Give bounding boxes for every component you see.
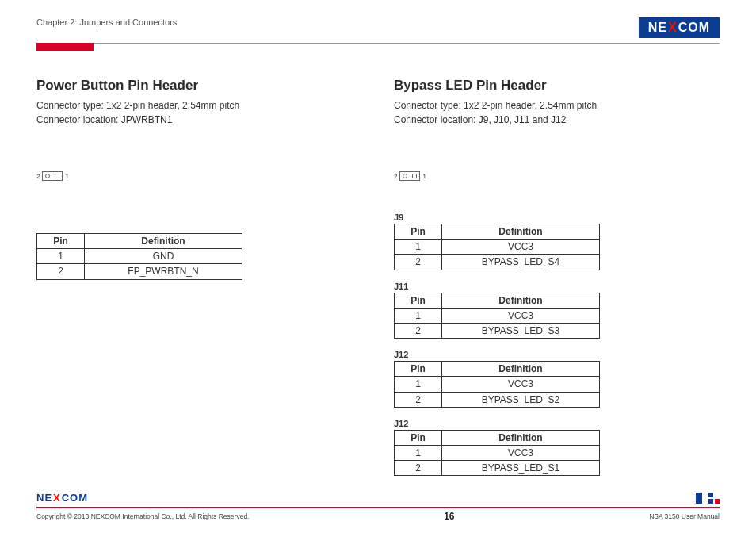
table-label: J11 [394,282,720,291]
cell-def: BYPASS_LED_S4 [442,255,600,270]
table-row: 2BYPASS_LED_S4 [395,255,600,270]
manual-name: NSA 3150 User Manual [649,512,720,520]
pin-label-1: 1 [422,173,426,180]
right-column: Bypass LED Pin Header Connector type: 1x… [394,78,720,476]
brand-post: COM [678,21,710,35]
table-row: 2BYPASS_LED_S3 [395,323,600,338]
brand-pre: NE [36,492,52,504]
right-pin-table: PinDefinition1VCC32BYPASS_LED_S4 [394,224,600,270]
th-def: Definition [442,430,600,445]
th-pin: Pin [395,224,442,240]
footer-graphic-icon [696,493,720,504]
table-row: 1VCC3 [395,240,600,255]
chapter-label: Chapter 2: Jumpers and Connectors [36,17,177,27]
th-def: Definition [442,293,600,308]
brand-pre: NE [648,21,667,35]
cell-pin: 1 [395,240,442,255]
cell-def: VCC3 [442,377,600,392]
cell-pin: 1 [395,377,442,392]
table-row: 2 FP_PWRBTN_N [37,264,242,279]
cell-pin: 2 [395,323,442,338]
th-def: Definition [85,234,242,249]
cell-def: BYPASS_LED_S2 [442,392,600,407]
brand-logo-top: NEXCOM [639,17,720,38]
pin-label-2: 2 [36,173,40,180]
cell-pin: 2 [395,461,442,476]
th-def: Definition [442,362,600,377]
header-accent-bar [36,43,94,51]
table-row: 1VCC3 [395,308,600,323]
th-pin: Pin [395,293,442,308]
table-label: J12 [394,350,720,359]
th-pin: Pin [37,234,85,249]
left-desc-line2: Connector location: JPWRBTN1 [36,113,362,127]
cell-def: VCC3 [442,308,600,323]
cell-pin: 1 [395,445,442,460]
table-row: 1VCC3 [395,377,600,392]
brand-logo-bottom: NEXCOM [36,492,88,504]
cell-def: VCC3 [442,240,600,255]
th-pin: Pin [395,362,442,377]
right-pin-table: PinDefinition1VCC32BYPASS_LED_S2 [394,361,600,408]
cell-def: FP_PWRBTN_N [85,264,242,279]
th-def: Definition [442,224,600,240]
right-desc-line1: Connector type: 1x2 2-pin header, 2.54mm… [394,98,720,113]
right-pin-diagram: 2 1 [394,171,720,181]
cell-def: BYPASS_LED_S3 [442,323,600,338]
th-pin: Pin [395,430,442,445]
table-row: 1 GND [37,249,242,264]
cell-def: GND [85,249,242,264]
right-title: Bypass LED Pin Header [394,78,720,94]
table-row: 1VCC3 [395,445,600,460]
left-column: Power Button Pin Header Connector type: … [36,78,362,476]
footer-rule [36,507,720,508]
pin-label-2: 2 [394,173,397,180]
pin2-icon [45,174,50,178]
right-pin-table: PinDefinition1VCC32BYPASS_LED_S1 [394,430,600,477]
pin1-icon [412,174,417,178]
pin2-icon [403,174,407,178]
header-rule [36,43,720,44]
table-row: 2BYPASS_LED_S1 [395,461,600,476]
table-label: J9 [394,213,720,222]
cell-pin: 2 [395,392,442,407]
copyright-text: Copyright © 2013 NEXCOM International Co… [36,512,249,520]
left-desc-line1: Connector type: 1x2 2-pin header, 2.54mm… [36,98,362,113]
cell-pin: 2 [37,264,85,279]
right-pin-table: PinDefinition1VCC32BYPASS_LED_S3 [394,293,600,339]
table-row: 2BYPASS_LED_S2 [395,392,600,407]
cell-def: VCC3 [442,445,600,460]
left-pin-diagram: 2 1 [36,171,362,181]
cell-pin: 1 [395,308,442,323]
left-title: Power Button Pin Header [36,78,362,94]
cell-def: BYPASS_LED_S1 [442,461,600,476]
brand-x: X [52,492,62,504]
brand-post: COM [62,492,88,504]
page-number: 16 [444,511,454,522]
brand-x: X [667,21,678,35]
cell-pin: 2 [395,255,442,270]
right-desc-line2: Connector location: J9, J10, J11 and J12 [394,113,720,127]
cell-pin: 1 [37,249,85,264]
left-pin-table: Pin Definition 1 GND 2 FP_PWRBTN_N [36,233,242,280]
table-label: J12 [394,419,720,428]
pin1-icon [55,174,59,178]
pin-label-1: 1 [65,173,68,180]
